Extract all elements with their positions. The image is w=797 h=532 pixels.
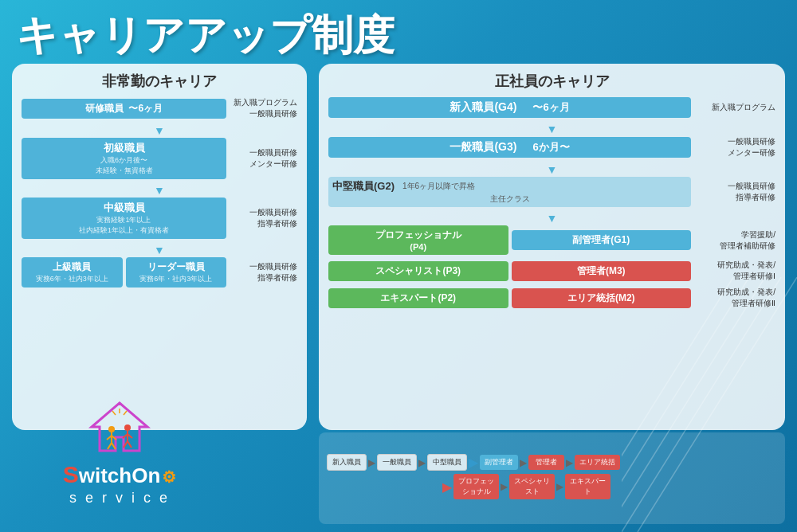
right-panel-title: 正社員のキャリア bbox=[328, 72, 775, 91]
logo-o: O bbox=[132, 464, 147, 488]
arrow-3: ▼ bbox=[22, 244, 297, 256]
box-professional: プロフェッショナル (P4) bbox=[328, 225, 508, 255]
logo-text: S witch O n ⚙ bbox=[63, 461, 177, 488]
logo-n: n bbox=[147, 464, 160, 488]
left-row-4: 上級職員 実務6年・社内3年以上 リーダー職員 実務6年・社内3年以上 一般職員… bbox=[22, 257, 297, 288]
flow-arrow-2: ▶ bbox=[418, 457, 426, 468]
right-row-4-side: 学習援助/管理者補助研修 bbox=[696, 229, 775, 252]
flow-fuku: 副管理者 bbox=[480, 455, 518, 470]
left-row-3-main: 中級職員 実務経験1年以上社内経験1年以上・有資格者 bbox=[22, 198, 226, 239]
right-row-6-main: エキスパート(P2) エリア統括(M2) bbox=[328, 288, 691, 308]
right-row-5-side: 研究助成・発表/管理者研修Ⅰ bbox=[696, 260, 775, 282]
arrow-1: ▼ bbox=[22, 124, 297, 137]
right-row-6: エキスパート(P2) エリア統括(M2) 研究助成・発表/管理者研修Ⅱ bbox=[328, 287, 775, 309]
box-fuku-kanri: 副管理者(G1) bbox=[512, 230, 692, 250]
left-panel-title: 非常勤のキャリア bbox=[22, 72, 297, 91]
box-shinjin: 新入職員(G4) 〜6ヶ月 bbox=[328, 97, 691, 118]
arrow-2: ▼ bbox=[22, 184, 297, 197]
left-row-3: 中級職員 実務経験1年以上社内経験1年以上・有資格者 一般職員研修指導者研修 bbox=[22, 198, 297, 239]
left-row-3-side: 一般職員研修指導者研修 bbox=[230, 207, 297, 229]
flow-chukei: 中型職員 bbox=[427, 454, 467, 471]
left-panel: 非常勤のキャリア 研修職員 〜6ヶ月 新入職プログラム一般職員研修 ▼ 初級職員… bbox=[12, 64, 307, 430]
box-chukyu: 中級職員 実務経験1年以上社内経験1年以上・有資格者 bbox=[22, 198, 226, 239]
box-kenshu: 研修職員 〜6ヶ月 bbox=[22, 99, 226, 119]
r-arrow-3: ▼ bbox=[328, 212, 775, 225]
box-area: エリア統括(M2) bbox=[512, 288, 692, 308]
right-panel: 正社員のキャリア 新入職員(G4) 〜6ヶ月 新入職プログラム ▼ 一般職員(G… bbox=[319, 64, 785, 430]
flow-arrow-7: ▶ bbox=[556, 481, 563, 492]
logo-service: s e r v i c e bbox=[69, 490, 170, 507]
logo-house-icon bbox=[88, 399, 151, 455]
right-row-4-main: プロフェッショナル (P4) 副管理者(G1) bbox=[328, 225, 691, 255]
right-row-4: プロフェッショナル (P4) 副管理者(G1) 学習援助/管理者補助研修 bbox=[328, 225, 775, 255]
logo-s: S bbox=[63, 461, 79, 488]
left-row-4-side: 一般職員研修指導者研修 bbox=[230, 261, 297, 284]
flow-arrow-5: ▶ bbox=[566, 457, 573, 468]
right-row-2-side: 一般職員研修メンター研修 bbox=[696, 136, 775, 158]
box-jokyu: 上級職員 実務6年・社内3年以上 bbox=[22, 257, 123, 288]
box-shokyu: 初級職員 入職6か月後〜未経験・無資格者 bbox=[22, 138, 226, 179]
right-row-5: スペシャリスト(P3) 管理者(M3) 研究助成・発表/管理者研修Ⅰ bbox=[328, 260, 775, 282]
svg-line-17 bbox=[128, 441, 132, 448]
right-row-1: 新入職員(G4) 〜6ヶ月 新入職プログラム bbox=[328, 97, 775, 118]
logo-area: S witch O n ⚙ s e r v i c e bbox=[24, 389, 215, 516]
flow-ippan: 一般職員 bbox=[377, 454, 417, 471]
svg-point-12 bbox=[124, 424, 131, 431]
box-ippan: 一般職員(G3) 6か月〜 bbox=[328, 137, 691, 158]
r-arrow-2: ▼ bbox=[328, 163, 775, 176]
flow-top-row: 新入職員 ▶ 一般職員 ▶ 中型職員 ▶ 副管理者 ▶ 管理者 ▶ エリア統括 bbox=[327, 454, 777, 471]
right-row-1-side: 新入職プログラム bbox=[696, 102, 775, 113]
right-row-6-side: 研究助成・発表/管理者研修Ⅱ bbox=[696, 287, 775, 309]
flow-exp: エキスパート bbox=[565, 474, 611, 499]
left-row-1-side: 新入職プログラム一般職員研修 bbox=[230, 97, 297, 119]
left-row-2-side: 一般職員研修メンター研修 bbox=[230, 147, 297, 170]
box-kanri: 管理者(M3) bbox=[512, 261, 692, 281]
left-row-1: 研修職員 〜6ヶ月 新入職プログラム一般職員研修 bbox=[22, 97, 297, 119]
box-leader: リーダー職員 実務6年・社内3年以上 bbox=[126, 257, 227, 288]
svg-line-19 bbox=[124, 411, 127, 415]
left-row-1-main: 研修職員 〜6ヶ月 bbox=[22, 99, 226, 119]
left-row-2: 初級職員 入職6か月後〜未経験・無資格者 一般職員研修メンター研修 bbox=[22, 138, 297, 179]
box-specialist: スペシャリスト(P3) bbox=[328, 261, 508, 281]
flow-arrow-3: ▶ bbox=[469, 455, 478, 470]
svg-point-6 bbox=[108, 426, 115, 432]
flow-diagram: 新入職員 ▶ 一般職員 ▶ 中型職員 ▶ 副管理者 ▶ 管理者 ▶ エリア統括 … bbox=[319, 432, 785, 524]
flow-arrow-6: ▶ bbox=[501, 481, 508, 492]
flow-shinjin: 新入職員 bbox=[327, 454, 367, 471]
flow-arrow-1: ▶ bbox=[368, 457, 375, 468]
flow-arrow-4: ▶ bbox=[520, 457, 527, 468]
left-row-2-main: 初級職員 入職6か月後〜未経験・無資格者 bbox=[22, 138, 226, 179]
flow-kanri: 管理者 bbox=[528, 455, 564, 470]
svg-line-20 bbox=[112, 411, 116, 415]
flow-spec: スペシャリスト bbox=[509, 474, 555, 499]
svg-line-10 bbox=[108, 443, 112, 449]
right-row-2: 一般職員(G3) 6か月〜 一般職員研修メンター研修 bbox=[328, 136, 775, 158]
right-row-3: 中堅職員(G2) 1年6ヶ月以降で昇格 主任クラス 一般職員研修指導者研修 bbox=[328, 177, 775, 207]
logo-dot: ⚙ bbox=[162, 467, 176, 487]
box-expert: エキスパート(P2) bbox=[328, 288, 508, 308]
flow-arrow-red: ▶ bbox=[442, 479, 452, 495]
right-row-1-main: 新入職員(G4) 〜6ヶ月 bbox=[328, 97, 691, 118]
page-title: キャリアアップ制度 bbox=[16, 8, 395, 64]
left-row-4-main: 上級職員 実務6年・社内3年以上 リーダー職員 実務6年・社内3年以上 bbox=[22, 257, 226, 288]
right-row-5-main: スペシャリスト(P3) 管理者(M3) bbox=[328, 261, 691, 281]
flow-bottom-row: ▶ プロフェッショナル ▶ スペシャリスト ▶ エキスパート bbox=[442, 474, 777, 499]
flow-area: エリア統括 bbox=[575, 455, 620, 470]
logo-witch: witch bbox=[79, 464, 132, 488]
r-arrow-1: ▼ bbox=[328, 123, 775, 135]
right-row-3-main: 中堅職員(G2) 1年6ヶ月以降で昇格 主任クラス bbox=[328, 177, 691, 207]
right-row-2-main: 一般職員(G3) 6か月〜 bbox=[328, 137, 691, 158]
right-row-3-side: 一般職員研修指導者研修 bbox=[696, 181, 775, 203]
flow-prof: プロフェッショナル bbox=[453, 474, 499, 499]
box-chukei: 中堅職員(G2) 1年6ヶ月以降で昇格 主任クラス bbox=[328, 177, 691, 207]
